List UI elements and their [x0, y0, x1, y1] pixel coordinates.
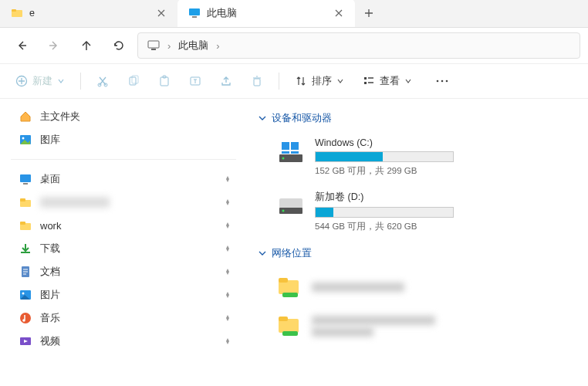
sidebar-item-label: 主文件夹 [40, 110, 80, 124]
pin-icon [224, 268, 231, 276]
chevron-down-icon [404, 77, 412, 85]
more-button[interactable] [427, 70, 457, 92]
group-network[interactable]: 网络位置 [258, 246, 577, 260]
tab-e[interactable]: e [0, 0, 177, 27]
address-bar[interactable]: › 此电脑 › [137, 32, 580, 59]
tab-title: 此电脑 [207, 7, 327, 20]
chevron-right-icon: › [167, 40, 171, 52]
forward-button[interactable] [40, 32, 68, 59]
refresh-button[interactable] [105, 32, 133, 59]
group-label: 网络位置 [272, 246, 312, 260]
folder-icon [19, 195, 32, 209]
sidebar-item-download[interactable]: 下载 [0, 237, 247, 260]
gallery-icon [19, 133, 32, 147]
svg-rect-25 [20, 198, 25, 201]
drive-sub: 544 GB 可用，共 620 GB [315, 221, 568, 232]
network-folder-icon [276, 274, 302, 300]
pin-icon [224, 175, 231, 183]
sidebar-item-video[interactable]: 视频 [0, 330, 247, 353]
svg-rect-38 [282, 151, 289, 154]
divider [279, 73, 279, 90]
svg-point-35 [282, 157, 285, 160]
svg-rect-23 [23, 183, 28, 185]
monitor-icon [188, 7, 201, 19]
network-item[interactable] [258, 268, 577, 306]
close-icon[interactable] [156, 8, 167, 19]
sidebar-item-label: 文档 [40, 265, 60, 279]
svg-rect-39 [291, 151, 299, 154]
tab-title: e [29, 8, 150, 19]
usage-bar [315, 207, 454, 218]
network-folder-icon [276, 313, 302, 339]
tab-strip: e 此电脑 [0, 0, 588, 28]
pin-icon [224, 198, 231, 206]
copy-button[interactable] [120, 70, 147, 92]
sidebar-item-label: 图片 [40, 288, 60, 302]
chevron-down-icon [57, 77, 65, 85]
new-button[interactable]: 新建 [8, 69, 73, 93]
redacted-text [312, 283, 404, 292]
pin-icon [224, 222, 231, 229]
svg-point-17 [437, 80, 439, 83]
new-label: 新建 [32, 74, 52, 88]
monitor-icon [147, 39, 160, 52]
sidebar-item-docs[interactable]: 文档 [0, 260, 247, 283]
share-button[interactable] [212, 70, 240, 92]
view-button[interactable]: 查看 [355, 69, 420, 93]
close-icon[interactable] [333, 8, 344, 19]
usage-bar [315, 151, 454, 162]
drive-item[interactable]: 新加卷 (D:)544 GB 可用，共 620 GB [258, 186, 577, 242]
svg-rect-14 [254, 79, 260, 86]
svg-rect-45 [282, 293, 298, 297]
sidebar-item-folder[interactable] [0, 191, 247, 214]
sidebar-item-pics[interactable]: 图片 [0, 283, 247, 306]
chevron-down-icon [336, 77, 344, 85]
svg-rect-16 [364, 82, 367, 84]
sidebar-item-desktop[interactable]: 桌面 [0, 168, 247, 191]
sidebar-item-label: work [40, 220, 61, 232]
sidebar-item-gallery[interactable]: 图库 [0, 128, 247, 151]
rename-button[interactable] [181, 70, 209, 92]
sidebar-item-label: 音乐 [40, 311, 60, 325]
redacted-text [40, 197, 110, 208]
desktop-icon [19, 172, 32, 186]
chevron-right-icon: › [216, 40, 219, 52]
back-button[interactable] [8, 32, 35, 59]
pin-icon [224, 291, 231, 299]
drive-item[interactable]: Windows (C:)152 GB 可用，共 299 GB [258, 133, 577, 186]
svg-rect-2 [189, 8, 200, 15]
sort-button[interactable]: 排序 [287, 69, 352, 93]
network-item[interactable] [258, 306, 577, 345]
home-icon [19, 110, 32, 124]
cut-button[interactable] [89, 70, 117, 92]
drive-icon [276, 137, 306, 167]
sidebar-item-home[interactable]: 主文件夹 [0, 105, 247, 128]
svg-rect-1 [12, 9, 16, 12]
svg-rect-22 [20, 174, 31, 182]
svg-point-42 [282, 210, 285, 212]
redacted-text [312, 316, 435, 325]
breadcrumb-this-pc[interactable]: 此电脑 [178, 39, 208, 52]
group-devices[interactable]: 设备和驱动器 [258, 111, 577, 125]
download-icon [19, 242, 32, 256]
pin-icon [224, 337, 231, 345]
new-tab-button[interactable] [355, 0, 383, 27]
sort-label: 排序 [312, 74, 332, 88]
divider [80, 73, 81, 90]
sidebar-item-folder[interactable]: work [0, 214, 247, 237]
drive-name: 新加卷 (D:) [315, 191, 568, 204]
svg-point-31 [20, 313, 31, 323]
sidebar-item-music[interactable]: 音乐 [0, 306, 247, 330]
svg-rect-44 [279, 278, 288, 283]
up-button[interactable] [73, 32, 100, 59]
paste-button[interactable] [150, 70, 178, 92]
chevron-down-icon [258, 249, 267, 258]
redacted-text [312, 327, 373, 337]
svg-rect-15 [364, 77, 367, 80]
svg-rect-4 [148, 41, 159, 48]
svg-rect-11 [161, 77, 168, 86]
tab-this-pc[interactable]: 此电脑 [177, 0, 355, 27]
delete-button[interactable] [243, 70, 271, 92]
video-icon [19, 334, 32, 348]
chevron-down-icon [258, 113, 267, 123]
